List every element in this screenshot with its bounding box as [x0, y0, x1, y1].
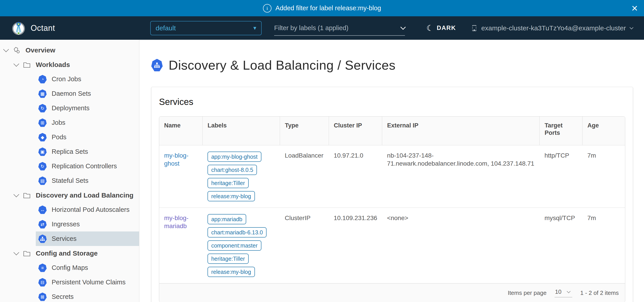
- pod-icon: ◆: [38, 133, 47, 142]
- info-icon: i: [263, 4, 272, 12]
- sidebar-item-replica-sets[interactable]: ▣ Replica Sets: [0, 145, 139, 159]
- sidebar-item-services[interactable]: Services: [36, 231, 139, 246]
- sidebar: Overview Workloads ◔ Cron Jobs ▦ Daemon …: [0, 40, 139, 302]
- sidebar-item-label: Deployments: [52, 105, 90, 112]
- sidebar-item-ingresses[interactable]: ⇄ Ingresses: [0, 217, 139, 231]
- column-header-type: Type: [280, 117, 329, 145]
- sidebar-item-label: Services: [52, 235, 76, 242]
- sidebar-item-replication-controllers[interactable]: ↻ Replication Controllers: [0, 159, 139, 173]
- app-title: Octant: [31, 23, 55, 33]
- ingress-icon: ⇄: [38, 220, 47, 229]
- service-link[interactable]: my-blog-ghost: [164, 152, 188, 167]
- column-header-age: Age: [582, 117, 625, 145]
- items-per-page-select[interactable]: 10: [554, 288, 572, 297]
- label-tag[interactable]: heritage:Tiller: [208, 178, 249, 188]
- sidebar-item-label: Stateful Sets: [52, 177, 88, 184]
- column-header-name: Name: [159, 117, 202, 145]
- close-icon[interactable]: ×: [632, 3, 638, 14]
- chevron-down-icon[interactable]: [3, 46, 9, 52]
- services-table: Name Labels Type Cluster IP External IP …: [159, 116, 625, 302]
- folder-icon: [23, 61, 31, 68]
- namespace-selector[interactable]: default ▾: [150, 21, 262, 35]
- cluster-selector[interactable]: example-cluster-ka3TuTzYo4a@example-clus…: [471, 24, 633, 32]
- sidebar-item-persistent-volume-claims[interactable]: ⊟ Persistent Volume Claims: [0, 275, 139, 290]
- sidebar-item-config-maps[interactable]: ≡ Config Maps: [0, 261, 139, 275]
- folder-icon: [23, 192, 31, 199]
- label-tag[interactable]: heritage:Tiller: [208, 254, 249, 264]
- theme-toggle[interactable]: ☾ DARK: [426, 23, 456, 33]
- hpa-icon: ↔: [38, 206, 47, 214]
- column-header-cluster-ip: Cluster IP: [329, 117, 382, 145]
- items-per-page-label: Items per page: [508, 290, 546, 297]
- sidebar-item-deployments[interactable]: ↻ Deployments: [0, 101, 139, 115]
- cluster-icon: [471, 24, 478, 32]
- replicaset-icon: ▣: [38, 148, 47, 156]
- chevron-down-icon[interactable]: [14, 61, 19, 67]
- sidebar-item-horizontal-pod-autoscalers[interactable]: ↔ Horizontal Pod Autoscalers: [0, 202, 139, 217]
- services-card: Services Name Labels Type Clust: [151, 87, 633, 302]
- sidebar-item-daemon-sets[interactable]: ▦ Daemon Sets: [0, 86, 139, 101]
- job-icon: ⊞: [38, 119, 47, 127]
- replication-controller-icon: ↻: [38, 162, 47, 170]
- brand: Octant: [12, 21, 150, 35]
- service-link[interactable]: my-blog-mariadb: [164, 214, 188, 229]
- statefulset-icon: ▤: [38, 176, 47, 185]
- items-per-page-value: 10: [555, 288, 562, 295]
- sidebar-item-label: Persistent Volume Claims: [52, 279, 126, 286]
- chevron-down-icon: [630, 25, 634, 29]
- moon-icon: ☾: [426, 23, 434, 33]
- cluster-ip: 10.97.21.0: [329, 145, 382, 208]
- main-content: Discovery & Load Balancing / Services Se…: [139, 40, 644, 302]
- external-ip: nb-104-237-148-71.newark.nodebalancer.li…: [382, 145, 540, 208]
- sidebar-group-label: Config and Storage: [36, 250, 98, 257]
- column-header-target-ports: Target Ports: [540, 117, 582, 145]
- cronjob-icon: ◔: [38, 75, 47, 83]
- table-header-row: Name Labels Type Cluster IP External IP …: [159, 117, 625, 145]
- service-type: LoadBalancer: [280, 145, 329, 208]
- sidebar-group-label: Workloads: [36, 61, 70, 69]
- label-tag[interactable]: app:mariadb: [208, 214, 246, 224]
- sidebar-item-label: Config Maps: [52, 264, 88, 271]
- sidebar-group-config-storage[interactable]: Config and Storage: [0, 246, 139, 261]
- secret-icon: ⊠: [38, 293, 47, 301]
- sidebar-item-cron-jobs[interactable]: ◔ Cron Jobs: [0, 72, 139, 86]
- sidebar-group-workloads[interactable]: Workloads: [0, 57, 139, 72]
- sidebar-item-label: Overview: [26, 46, 55, 54]
- sidebar-item-pods[interactable]: ◆ Pods: [0, 130, 139, 145]
- label-tag[interactable]: release:my-blog: [208, 191, 255, 201]
- column-header-labels: Labels: [202, 117, 280, 145]
- age: 7m: [582, 208, 625, 284]
- sidebar-item-label: Replica Sets: [52, 148, 88, 155]
- deployment-icon: ↻: [38, 104, 47, 113]
- dropdown-caret-icon: ▾: [253, 24, 256, 31]
- octant-logo-icon: [12, 21, 26, 35]
- configmap-icon: ≡: [38, 264, 47, 272]
- chevron-down-icon[interactable]: [14, 191, 19, 197]
- sidebar-item-jobs[interactable]: ⊞ Jobs: [0, 115, 139, 130]
- label-tag[interactable]: app:my-blog-ghost: [208, 151, 262, 162]
- app-header: Octant default ▾ Filter by labels (1 app…: [0, 16, 644, 40]
- sidebar-item-label: Jobs: [52, 119, 65, 126]
- notification-bar: i Added filter for label release:my-blog…: [0, 0, 644, 16]
- sidebar-item-overview[interactable]: Overview: [0, 43, 139, 57]
- label-tag[interactable]: release:my-blog: [208, 267, 255, 277]
- external-ip: <none>: [382, 208, 540, 284]
- table-row: my-blog-ghost app:my-blog-ghost chart:gh…: [159, 145, 625, 208]
- chevron-down-icon: [400, 24, 406, 30]
- label-tag[interactable]: component:master: [208, 240, 262, 251]
- sidebar-item-secrets[interactable]: ⊠ Secrets: [0, 290, 139, 302]
- notification-message: Added filter for label release:my-blog: [276, 4, 381, 12]
- table-row: my-blog-mariadb app:mariadb chart:mariad…: [159, 208, 625, 284]
- label-filter[interactable]: Filter by labels (1 applied): [274, 24, 405, 36]
- chevron-down-icon[interactable]: [14, 250, 19, 255]
- table-pagination: Items per page 10 1 - 2 of 2 items: [159, 283, 625, 302]
- daemonset-icon: ▦: [38, 90, 47, 98]
- label-tag[interactable]: chart:ghost-8.0.5: [208, 165, 257, 175]
- label-tag[interactable]: chart:mariadb-6.13.0: [208, 227, 267, 238]
- page-title-text: Discovery & Load Balancing / Services: [168, 58, 396, 73]
- service-icon: [151, 59, 163, 71]
- sidebar-group-discovery[interactable]: Discovery and Load Balancing: [0, 188, 139, 202]
- label-filter-text: Filter by labels (1 applied): [274, 24, 348, 32]
- overview-icon: [12, 46, 20, 54]
- sidebar-item-stateful-sets[interactable]: ▤ Stateful Sets: [0, 173, 139, 188]
